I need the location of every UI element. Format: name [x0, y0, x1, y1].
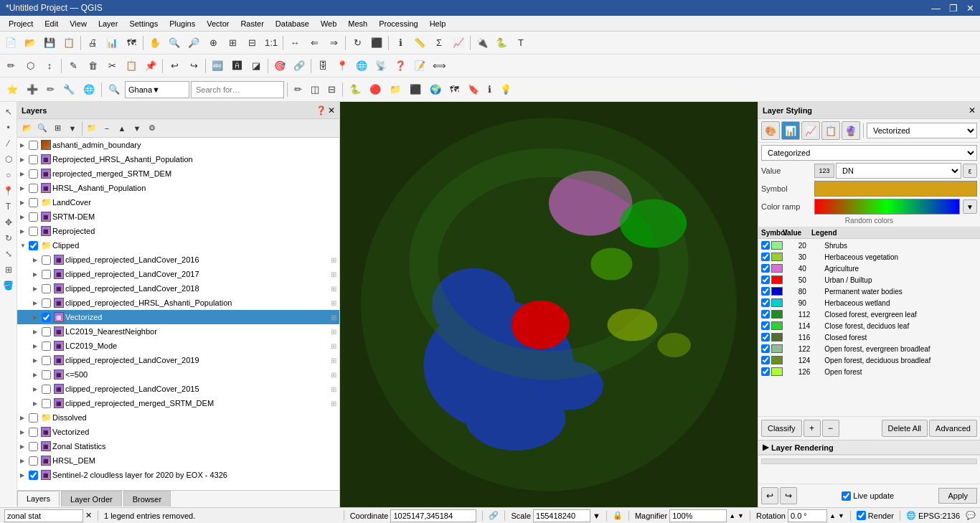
add-layer-button[interactable]: ➕	[23, 80, 42, 100]
layer-checkbox[interactable]	[42, 327, 51, 336]
legend-row[interactable]: 20 Shrubs	[760, 240, 979, 250]
menu-project[interactable]: Project	[3, 18, 39, 29]
digitize-add[interactable]: ✏	[1, 57, 20, 75]
legend-checkbox[interactable]	[761, 264, 770, 273]
layer-checkbox[interactable]	[29, 227, 38, 236]
style-singlesymbol-button[interactable]: 🎨	[761, 121, 780, 140]
legend-row[interactable]: 122 Open forest, evergreen broadleaf	[760, 344, 979, 354]
layer-item[interactable]: ▶ 📁 LandCover	[17, 195, 339, 209]
layers-close-button[interactable]: ✕	[328, 105, 335, 116]
point-tool[interactable]: •	[1, 121, 16, 135]
menu-raster[interactable]: Raster	[235, 18, 269, 29]
layer-checkbox[interactable]	[42, 298, 51, 308]
layers-filter-layers[interactable]: ▼	[65, 121, 80, 136]
identify-button[interactable]: ℹ	[391, 34, 410, 52]
scale-input[interactable]	[533, 509, 590, 522]
line-tool[interactable]: ∕	[1, 136, 16, 151]
zoom-last-button[interactable]: ⇐	[305, 34, 324, 52]
menu-vector[interactable]: Vector	[201, 18, 235, 29]
location-dropdown[interactable]: Ghana ▼	[125, 81, 189, 98]
legend-row[interactable]: 114 Close forest, deciduos leaf	[760, 321, 979, 331]
renderer-selector[interactable]: Categorized	[761, 145, 977, 161]
menu-database[interactable]: Database	[270, 18, 315, 29]
layer-item[interactable]: ▼ 📁 Clipped	[17, 238, 339, 253]
menu-processing[interactable]: Processing	[373, 18, 423, 29]
select-button[interactable]: ◪	[247, 57, 265, 75]
favorites-button[interactable]: ⭐	[3, 80, 22, 100]
layer-checkbox[interactable]	[29, 141, 38, 150]
stats-button[interactable]: Σ	[430, 34, 448, 52]
add-class-button[interactable]: +	[804, 420, 821, 437]
magnifier-input[interactable]	[669, 509, 727, 522]
delete-all-button[interactable]: Delete All	[882, 420, 928, 437]
measure-area[interactable]: ⊞	[1, 263, 16, 277]
new-project-button[interactable]: 📄	[1, 34, 20, 52]
bookmark-button[interactable]: 🔖	[464, 80, 483, 100]
search-input[interactable]	[191, 81, 284, 98]
layer-checkbox[interactable]	[42, 385, 51, 394]
render-checkbox[interactable]	[857, 511, 866, 520]
legend-checkbox[interactable]	[761, 310, 770, 319]
layer-item[interactable]: ▶ ▦ clipped_reprojected_HRSL_Ashanti_Pop…	[17, 296, 339, 310]
layer-item[interactable]: ▶ ▦ reprojected_merged_SRTM_DEM	[17, 166, 339, 181]
layers-help-button[interactable]: ❓	[316, 105, 326, 116]
quick-wkt[interactable]: 🌍	[426, 80, 445, 100]
menu-view[interactable]: View	[64, 18, 93, 29]
rotation-up[interactable]: ▲	[829, 512, 836, 519]
style-undo-button[interactable]: ↩	[761, 487, 778, 504]
legend-row[interactable]: 50 Urban / Builtup	[760, 275, 979, 285]
layer-item[interactable]: ▶ ▦ Reprojected_HRSL_Ashanti_Population	[17, 152, 339, 166]
copy-button[interactable]: 📋	[122, 57, 141, 75]
layer-checkbox[interactable]	[29, 184, 38, 193]
text-tool[interactable]: T	[1, 199, 16, 214]
crs-value[interactable]: EPSG:2136	[918, 512, 960, 520]
legend-checkbox[interactable]	[761, 275, 770, 284]
legend-checkbox[interactable]	[761, 321, 770, 330]
layer-item[interactable]: ▶ ▦ clipped_reprojected_LandCover_2017 ⊞	[17, 267, 339, 281]
delete-button[interactable]: 🗑	[83, 57, 102, 75]
menu-edit[interactable]: Edit	[39, 18, 64, 29]
style-redo-button[interactable]: ↪	[780, 487, 797, 504]
map-area[interactable]	[340, 102, 758, 507]
layers-move-up[interactable]: ▲	[115, 121, 129, 136]
legend-row[interactable]: 80 Permanent water bodies	[760, 286, 979, 296]
advanced-button[interactable]: Advanced	[929, 420, 977, 437]
legend-checkbox[interactable]	[761, 287, 770, 296]
style-close-button[interactable]: ✕	[969, 105, 976, 116]
layer-item[interactable]: ▶ ▦ Vectorized ⊞	[17, 310, 339, 324]
layer-item[interactable]: ▶ ▦ Sentinel-2 cloudless layer for 2020 …	[17, 468, 339, 482]
digitize-move[interactable]: ↕	[40, 57, 59, 75]
new-layer-button[interactable]: ✏	[43, 80, 58, 100]
menu-plugins[interactable]: Plugins	[164, 18, 201, 29]
menu-mesh[interactable]: Mesh	[342, 18, 373, 29]
label-button[interactable]: T	[512, 34, 530, 52]
fill-tool[interactable]: 🪣	[1, 278, 16, 293]
measure-button[interactable]: 📏	[410, 34, 429, 52]
tab-layers[interactable]: Layers	[17, 491, 60, 506]
layer-item[interactable]: ▶ 📁 Dissolved	[17, 410, 339, 425]
python-button[interactable]: 🐍	[492, 34, 511, 52]
rotation-down[interactable]: ▼	[838, 512, 844, 519]
cut-button[interactable]: ✂	[103, 57, 121, 75]
zoom-in-tool[interactable]: 🔍	[165, 34, 184, 52]
legend-checkbox[interactable]	[761, 333, 770, 341]
layer-checkbox[interactable]	[29, 198, 38, 207]
layer-style-selector[interactable]: Vectorized	[867, 123, 977, 138]
layer-checkbox[interactable]	[29, 155, 38, 164]
layer-item[interactable]: ▶ ▦ clipped_reprojected_LandCover_2019 ⊞	[17, 353, 339, 367]
zonal-input[interactable]	[4, 509, 83, 522]
python-console[interactable]: 🐍	[346, 80, 364, 100]
live-update-checkbox[interactable]	[842, 491, 851, 501]
pan-tool[interactable]: ✋	[146, 34, 164, 52]
move-tool[interactable]: ✥	[1, 215, 16, 230]
clear-zonal-button[interactable]: ✕	[85, 511, 92, 520]
colorramp-dropdown[interactable]: ▼	[963, 199, 977, 214]
layer-checkbox[interactable]	[42, 255, 51, 265]
open-project-button[interactable]: 📂	[21, 34, 39, 52]
profile-tool[interactable]: ⬛	[406, 80, 425, 100]
layer-checkbox[interactable]	[42, 341, 51, 351]
layer-checkbox[interactable]	[29, 442, 38, 451]
menu-layer[interactable]: Layer	[93, 18, 124, 29]
style-categorized-button[interactable]: 📊	[781, 121, 800, 140]
layer-item[interactable]: ▶ ▦ SRTM-DEM	[17, 209, 339, 224]
